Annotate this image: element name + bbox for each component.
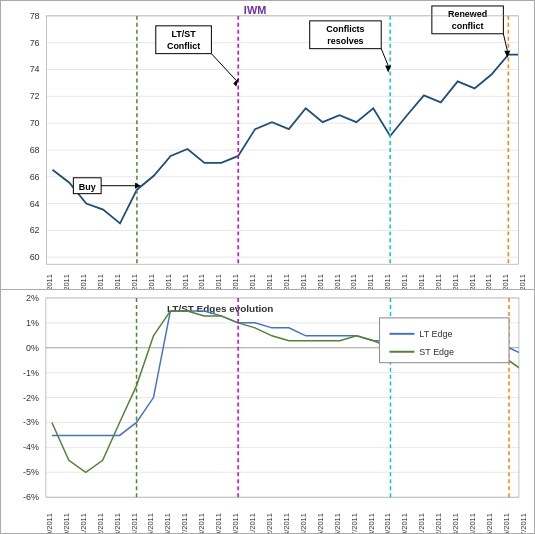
bottom-chart: 2% 1% 0% -1% -2% -3% -4% -5% -6% LT/ST E…: [0, 290, 535, 534]
svg-text:10/11/2011: 10/11/2011: [248, 513, 257, 533]
svg-text:10/7/2011: 10/7/2011: [181, 274, 190, 289]
svg-text:10/2/2011: 10/2/2011: [96, 274, 105, 289]
svg-text:64: 64: [30, 199, 40, 209]
svg-text:68: 68: [30, 145, 40, 155]
svg-text:9/30/2011: 9/30/2011: [62, 274, 71, 289]
svg-text:10/14/2011: 10/14/2011: [299, 274, 308, 289]
svg-text:10/14/2011: 10/14/2011: [299, 513, 308, 533]
svg-text:2%: 2%: [26, 293, 39, 303]
svg-text:62: 62: [30, 225, 40, 235]
svg-text:10/7/2011: 10/7/2011: [180, 513, 189, 533]
svg-text:10/26/2011: 10/26/2011: [502, 513, 511, 533]
svg-text:10/3/2011: 10/3/2011: [113, 513, 122, 533]
svg-text:10/20/2011: 10/20/2011: [400, 513, 409, 533]
svg-text:10/15/2011: 10/15/2011: [316, 513, 325, 533]
svg-text:Buy: Buy: [79, 182, 96, 192]
svg-text:Renewed: Renewed: [448, 9, 487, 19]
chart-title-top: IWM: [244, 4, 266, 16]
svg-text:resolves: resolves: [327, 36, 363, 46]
svg-text:10/22/2011: 10/22/2011: [434, 513, 443, 533]
svg-text:10/10/2011: 10/10/2011: [231, 513, 240, 533]
svg-text:10/27/2011: 10/27/2011: [519, 513, 528, 533]
svg-text:LT Edge: LT Edge: [419, 329, 452, 339]
svg-text:10/9/2011: 10/9/2011: [214, 513, 223, 533]
svg-text:10/27/2011: 10/27/2011: [518, 274, 527, 289]
main-container: 78 76 74 72 70 68 66 64 62 60 IWM 9/29/2…: [0, 0, 535, 534]
svg-text:9/29/2011: 9/29/2011: [45, 513, 54, 533]
svg-text:10/21/2011: 10/21/2011: [417, 274, 426, 289]
svg-text:10/19/2011: 10/19/2011: [383, 274, 392, 289]
svg-text:10/10/2011: 10/10/2011: [231, 274, 240, 289]
svg-text:10/4/2011: 10/4/2011: [130, 513, 139, 533]
svg-text:10/9/2011: 10/9/2011: [214, 274, 223, 289]
svg-text:conflict: conflict: [452, 21, 484, 31]
svg-text:74: 74: [30, 65, 40, 75]
svg-text:10/16/2011: 10/16/2011: [333, 513, 342, 533]
svg-text:10/20/2011: 10/20/2011: [400, 274, 409, 289]
svg-text:10/1/2011: 10/1/2011: [79, 274, 88, 289]
svg-text:0%: 0%: [26, 343, 39, 353]
svg-text:10/18/2011: 10/18/2011: [367, 513, 376, 533]
svg-text:9/29/2011: 9/29/2011: [45, 274, 54, 289]
svg-text:78: 78: [30, 11, 40, 21]
svg-text:10/24/2011: 10/24/2011: [468, 274, 477, 289]
svg-text:10/5/2011: 10/5/2011: [146, 513, 155, 533]
svg-text:10/8/2011: 10/8/2011: [197, 513, 206, 533]
svg-text:-4%: -4%: [23, 442, 39, 452]
svg-text:10/16/2011: 10/16/2011: [333, 274, 342, 289]
svg-text:ST Edge: ST Edge: [419, 347, 454, 357]
svg-text:60: 60: [30, 252, 40, 262]
svg-text:10/26/2011: 10/26/2011: [501, 274, 510, 289]
svg-text:10/12/2011: 10/12/2011: [265, 513, 274, 533]
svg-text:-5%: -5%: [23, 467, 39, 477]
svg-text:10/13/2011: 10/13/2011: [282, 274, 291, 289]
svg-text:LT/ST: LT/ST: [172, 29, 197, 39]
svg-text:10/11/2011: 10/11/2011: [248, 274, 257, 289]
svg-text:10/13/2011: 10/13/2011: [282, 513, 291, 533]
top-chart: 78 76 74 72 70 68 66 64 62 60 IWM 9/29/2…: [0, 0, 535, 290]
svg-text:10/23/2011: 10/23/2011: [451, 274, 460, 289]
svg-text:10/5/2011: 10/5/2011: [147, 274, 156, 289]
svg-text:10/8/2011: 10/8/2011: [197, 274, 206, 289]
svg-text:10/15/2011: 10/15/2011: [316, 274, 325, 289]
svg-text:10/25/2011: 10/25/2011: [485, 513, 494, 533]
svg-text:Conflicts: Conflicts: [326, 24, 364, 34]
svg-text:66: 66: [30, 172, 40, 182]
svg-text:10/6/2011: 10/6/2011: [163, 513, 172, 533]
svg-text:-2%: -2%: [23, 393, 39, 403]
svg-text:-3%: -3%: [23, 417, 39, 427]
svg-text:10/2/2011: 10/2/2011: [96, 513, 105, 533]
svg-text:10/18/2011: 10/18/2011: [366, 274, 375, 289]
svg-text:Conflict: Conflict: [167, 41, 200, 51]
svg-text:10/19/2011: 10/19/2011: [383, 513, 392, 533]
svg-text:10/1/2011: 10/1/2011: [79, 513, 88, 533]
svg-text:10/24/2011: 10/24/2011: [468, 513, 477, 533]
svg-text:1%: 1%: [26, 318, 39, 328]
svg-text:10/17/2011: 10/17/2011: [349, 274, 358, 289]
svg-text:9/30/2011: 9/30/2011: [62, 513, 71, 533]
svg-rect-0: [2, 1, 533, 289]
svg-text:10/3/2011: 10/3/2011: [113, 274, 122, 289]
svg-text:76: 76: [30, 38, 40, 48]
svg-text:-6%: -6%: [23, 492, 39, 502]
svg-text:10/22/2011: 10/22/2011: [434, 274, 443, 289]
svg-text:10/17/2011: 10/17/2011: [350, 513, 359, 533]
svg-text:10/4/2011: 10/4/2011: [130, 274, 139, 289]
svg-text:10/12/2011: 10/12/2011: [265, 274, 274, 289]
svg-text:70: 70: [30, 118, 40, 128]
svg-text:10/6/2011: 10/6/2011: [164, 274, 173, 289]
chart-title-bottom: LT/ST Edges evolution: [167, 303, 273, 314]
svg-text:10/23/2011: 10/23/2011: [451, 513, 460, 533]
svg-text:10/25/2011: 10/25/2011: [484, 274, 493, 289]
svg-text:-1%: -1%: [23, 368, 39, 378]
svg-text:72: 72: [30, 91, 40, 101]
svg-text:10/21/2011: 10/21/2011: [417, 513, 426, 533]
